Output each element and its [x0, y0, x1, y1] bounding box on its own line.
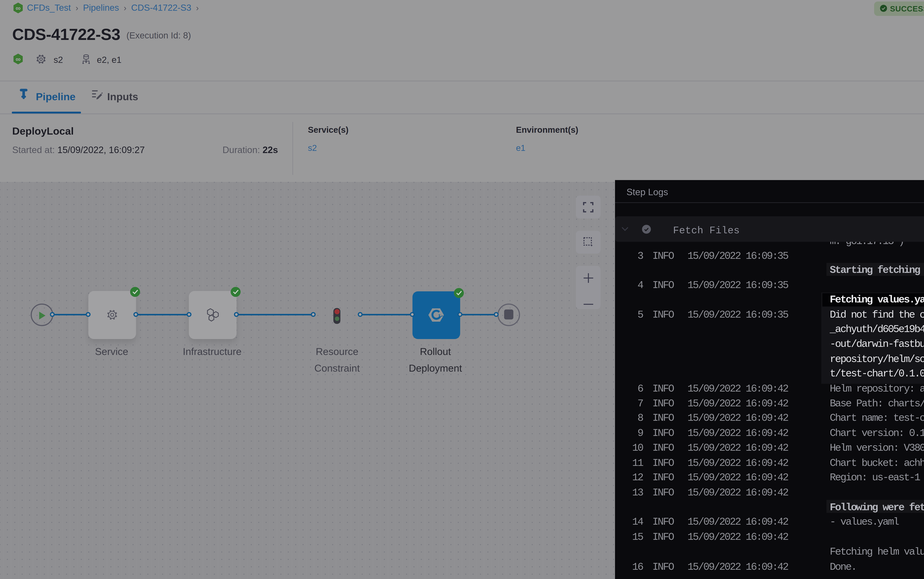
svg-text:∞: ∞	[16, 55, 21, 63]
svg-text:∞: ∞	[16, 4, 21, 12]
